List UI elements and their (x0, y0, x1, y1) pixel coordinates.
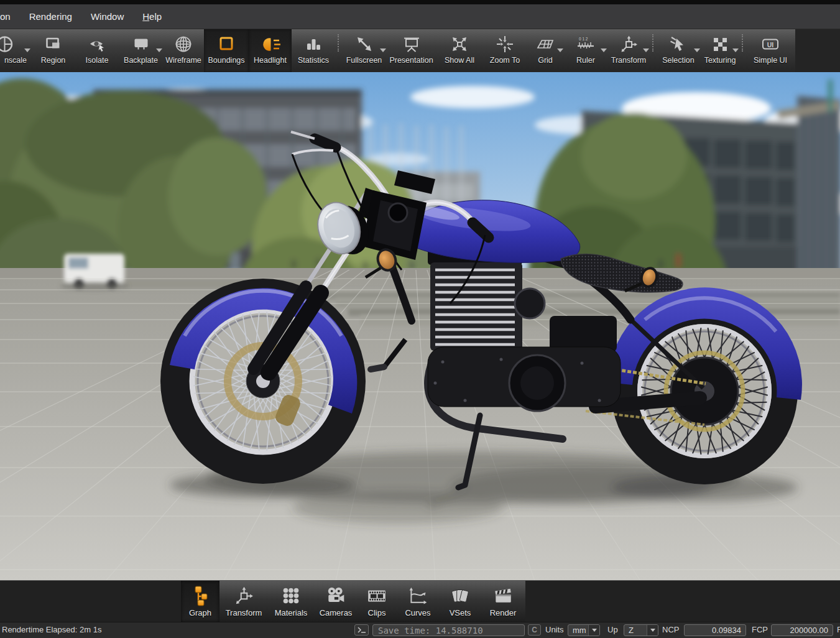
main-toolbar: nscale Region Isolate (0, 29, 840, 72)
terminal-toggle-button[interactable] (354, 624, 369, 636)
toolbar-item-texturing[interactable]: Texturing (701, 29, 739, 72)
chevron-down-icon[interactable] (588, 625, 599, 636)
toolbar-separator (739, 29, 745, 72)
ruler-icon: 0 1 2 (576, 35, 596, 53)
isolate-icon (88, 35, 106, 53)
dock-item-vsets[interactable]: VSets (440, 581, 481, 622)
units-dropdown[interactable]: mm (568, 624, 600, 636)
menubar: on Rendering Window Help (0, 4, 840, 29)
boundings-icon (217, 35, 236, 53)
dropdown-caret[interactable] (380, 49, 386, 52)
toolbar-separator (650, 29, 656, 72)
rendertime-status: Rendertime Elapsed: 2m 1s (2, 625, 101, 634)
fcp-field[interactable]: 200000.00 (771, 624, 833, 636)
toolbar-item-grid[interactable]: Grid (527, 29, 564, 72)
toolbar-separator (335, 29, 341, 72)
clips-icon (366, 586, 387, 606)
toolbar-item-wireframe[interactable]: Wireframe (163, 29, 204, 72)
toolbar-item-presentation[interactable]: Presentation (387, 29, 436, 72)
transform-icon (619, 34, 639, 54)
dock-item-curves[interactable]: Curves (396, 581, 440, 622)
transform-icon (233, 585, 254, 606)
render-viewport[interactable] (0, 72, 840, 580)
materials-icon (280, 585, 302, 606)
dropdown-caret[interactable] (643, 49, 649, 52)
curves-icon (407, 586, 428, 606)
module-dock: Graph Transform Materials (0, 580, 840, 622)
wireframe-icon (173, 34, 193, 54)
toolbar-item-downscale[interactable]: nscale (0, 29, 31, 72)
grid-icon (535, 35, 555, 53)
clear-console-button[interactable]: C (528, 624, 541, 636)
menu-item-truncated[interactable]: on (0, 11, 20, 22)
toolbar-item-ruler[interactable]: 0 1 2 Ruler (564, 29, 607, 72)
delivery-van (60, 254, 129, 290)
graph-icon (190, 585, 210, 606)
toolbar-item-backplate[interactable]: Backplate (119, 29, 163, 72)
menu-item-window[interactable]: Window (81, 11, 133, 22)
region-icon (44, 35, 63, 53)
texturing-icon (711, 35, 729, 53)
toolbar-item-isolate[interactable]: Isolate (75, 29, 119, 72)
console-input[interactable] (372, 624, 525, 636)
up-axis-label: Up (607, 625, 618, 634)
toolbar-item-fullscreen[interactable]: Fullscreen (341, 29, 387, 72)
fullscreen-icon (355, 35, 374, 53)
dock-item-render[interactable]: Render (481, 581, 525, 622)
headlight-icon (261, 35, 280, 53)
render-icon (492, 586, 514, 606)
terminal-icon (358, 627, 366, 634)
toolbar-item-zoom-to[interactable]: Zoom To (483, 29, 527, 72)
dock-item-transform[interactable]: Transform (219, 581, 268, 622)
backplate-icon (132, 35, 150, 53)
toolbar-item-boundings[interactable]: Boundings (204, 29, 249, 72)
statistics-icon (303, 35, 323, 53)
toolbar-item-region[interactable]: Region (31, 29, 75, 72)
vsets-icon (450, 586, 471, 606)
zoom-to-icon (496, 35, 514, 53)
menu-item-rendering[interactable]: Rendering (20, 11, 81, 22)
units-label: Units (545, 625, 564, 634)
dropdown-caret[interactable] (24, 49, 30, 52)
ncp-field[interactable]: 0.09834 (684, 624, 746, 636)
dock-item-clips[interactable]: Clips (358, 581, 396, 622)
toolbar-item-selection[interactable]: Selection (656, 29, 701, 72)
window-title-strip (0, 0, 840, 4)
toolbar-item-simple-ui[interactable]: UI Simple UI (745, 29, 795, 72)
dock-item-cameras[interactable]: Cameras (314, 581, 358, 622)
downscale-icon (0, 34, 21, 54)
simple-ui-icon: UI (760, 35, 781, 53)
svg-text:0 1 2: 0 1 2 (579, 36, 588, 40)
toolbar-group-view: nscale Region Isolate (0, 29, 204, 72)
scene-motorcycle-plaza (0, 72, 840, 580)
cameras-icon (325, 586, 346, 606)
presentation-icon (402, 35, 422, 53)
vred-app-window: on Rendering Window Help nscale (0, 0, 840, 638)
up-axis-dropdown[interactable]: Z (624, 624, 658, 636)
dropdown-caret[interactable] (557, 49, 563, 52)
dropdown-caret[interactable] (601, 49, 607, 52)
statusbar: Rendertime Elapsed: 2m 1s C Units mm Up … (0, 622, 840, 638)
toolbar-item-show-all[interactable]: Show All (436, 29, 483, 72)
dropdown-caret[interactable] (156, 49, 162, 52)
toolbar-item-transform[interactable]: Transform (607, 29, 650, 72)
fcp-label: FCP (752, 625, 768, 634)
dock-item-graph[interactable]: Graph (181, 581, 219, 622)
menu-item-help[interactable]: Help (133, 11, 171, 22)
show-all-icon (450, 35, 469, 53)
dropdown-caret[interactable] (732, 49, 739, 52)
toolbar-group-camera: Statistics Fullscreen Presentation (292, 29, 564, 72)
toolbar-group-tools: 0 1 2 Ruler Transform (564, 29, 795, 72)
ncp-label: NCP (662, 625, 679, 634)
dock-item-materials[interactable]: Materials (268, 581, 314, 622)
selection-icon (668, 35, 688, 53)
toolbar-item-headlight[interactable]: Headlight (249, 29, 292, 72)
dropdown-caret[interactable] (694, 49, 700, 52)
chevron-down-icon[interactable] (647, 625, 658, 636)
svg-text:UI: UI (767, 40, 774, 48)
dock-group: Graph Transform Materials (181, 581, 525, 622)
toolbar-item-statistics[interactable]: Statistics (292, 29, 335, 72)
fps-label-cut: F (837, 625, 840, 634)
